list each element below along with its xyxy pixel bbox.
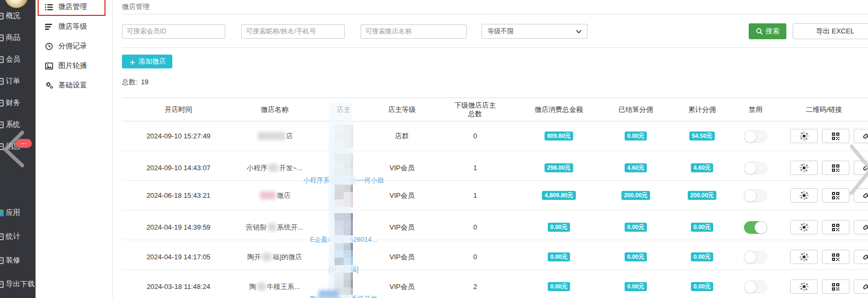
sidebar-bottom-group: 应用 统计 装修 导出下载: [0, 207, 36, 290]
owner-avatar[interactable]: [334, 125, 353, 148]
cell-qrcode-link: [780, 211, 868, 244]
cell-disable: [731, 121, 780, 151]
table-header-row: 开店时间微店名称店主店主等级下级微店店主总数微店消费总金额已结算分佣累计分佣禁用…: [122, 98, 868, 121]
search-button[interactable]: 搜索: [749, 23, 786, 39]
miniprogram-code-button[interactable]: [790, 220, 818, 234]
miniprogram-code-button[interactable]: [790, 129, 818, 143]
cell-open-time: 2024-09-10 15:27:49: [122, 121, 235, 151]
clock-icon: [45, 42, 54, 50]
link-button[interactable]: [854, 129, 868, 143]
qrcode-button[interactable]: [822, 188, 849, 203]
link-button[interactable]: [854, 250, 868, 264]
text-fragment: 小程序: [247, 163, 267, 173]
cell-disable: [731, 211, 780, 244]
system-icon: [0, 121, 4, 128]
cell-open-time: 2024-04-19 14:17:05: [122, 240, 235, 274]
qrcode-button[interactable]: [822, 279, 849, 294]
qrcode-button[interactable]: [822, 129, 849, 143]
overview-icon: [0, 13, 4, 20]
miniprogram-code-button[interactable]: [790, 161, 818, 175]
redacted-blur: [331, 177, 355, 183]
miniprogram-code-button[interactable]: [790, 188, 818, 203]
link-button[interactable]: [854, 220, 868, 234]
disable-toggle[interactable]: [744, 251, 767, 264]
cell-store-name: 营销裂系统开...: [235, 211, 314, 244]
owner-avatar[interactable]: [334, 213, 353, 236]
nickname-input[interactable]: [241, 24, 345, 39]
sidebar-item-财务[interactable]: 财务: [0, 98, 36, 108]
add-store-label: 添加微店: [138, 57, 166, 66]
qrcode-button[interactable]: [822, 250, 849, 264]
sidebar-item-导出下载[interactable]: 导出下载: [0, 279, 36, 290]
avatar-pixel: [344, 243, 353, 250]
redacted-blur: [338, 266, 349, 273]
cell-open-time: 2024-06-18 15:43:21: [122, 181, 235, 210]
sidebar-item-应用[interactable]: 应用: [0, 207, 36, 218]
avatar-pixel: [344, 140, 353, 147]
avatar-pixel: [335, 154, 344, 161]
submenu-item-分佣记录[interactable]: 分佣记录: [36, 41, 112, 51]
chevron-down-icon: [576, 30, 582, 33]
cell-qrcode-link: [780, 270, 868, 298]
miniprogram-code-button[interactable]: [790, 279, 818, 294]
sidebar-item-商品[interactable]: 商品: [0, 32, 36, 43]
amount-badge: 4,809.80元: [542, 191, 576, 200]
collapse-chevron-left-icon[interactable]: [1, 130, 25, 168]
sidebar-item-会员[interactable]: 会员: [0, 54, 36, 65]
add-store-button[interactable]: ＋ 添加微店: [122, 55, 172, 68]
store-name-input[interactable]: [361, 24, 467, 39]
amount-badge: 298.00元: [545, 163, 574, 172]
avatar-pixel: [344, 228, 353, 235]
cell-owner-level: VIP会员: [373, 211, 431, 244]
disable-toggle[interactable]: [744, 130, 767, 143]
cell-cumulative-commission: 200.00元: [673, 181, 731, 210]
column-header: 禁用: [731, 98, 780, 121]
sidebar-item-系统[interactable]: 系统: [0, 119, 36, 130]
submenu-item-微店等级[interactable]: 微店等级: [36, 21, 112, 32]
level-select[interactable]: 等级不限: [481, 24, 588, 39]
disable-toggle[interactable]: [744, 162, 767, 174]
cell-disable: [731, 240, 780, 274]
text-fragment: 营销裂: [246, 223, 267, 232]
cell-cumulative-commission: 0.00元: [673, 240, 731, 274]
avatar-pixel: [344, 221, 353, 228]
submenu-item-图片轮播[interactable]: 图片轮播: [36, 60, 112, 71]
sidebar-item-装修[interactable]: 装修: [0, 255, 36, 266]
next-row-avatar-blur: [319, 290, 339, 298]
table-row: 2024-04-19 14:39:59 营销裂系统开... E企盈#526014…: [122, 211, 868, 240]
qrcode-button[interactable]: [822, 161, 849, 175]
avatar-pixel: [344, 280, 353, 287]
user-avatar[interactable]: [5, 0, 28, 8]
filter-row: 等级不限 搜索 导出 EXCEL: [122, 24, 868, 39]
cell-cumulative-commission: 54.50元: [673, 121, 731, 151]
page-title: 微店管理: [122, 2, 868, 12]
toggle-knob: [744, 281, 757, 293]
owner-avatar[interactable]: [334, 242, 353, 266]
sidebar-item-统计[interactable]: 统计: [0, 231, 36, 242]
export-excel-button[interactable]: 导出 EXCEL: [793, 23, 868, 39]
expand-chevron-right-icon[interactable]: [849, 143, 868, 196]
amount-badge: 0.00元: [691, 282, 713, 291]
toggle-knob: [744, 189, 757, 202]
miniprogram-code-button[interactable]: [790, 250, 818, 264]
settings-icon: [45, 81, 54, 90]
member-id-input[interactable]: [122, 24, 225, 39]
cell-owner-level: VIP会员: [373, 240, 431, 274]
owner-avatar[interactable]: [334, 184, 353, 207]
qrcode-button[interactable]: [822, 220, 849, 234]
amount-badge: 0.00元: [548, 282, 570, 291]
disable-toggle[interactable]: [744, 281, 767, 293]
submenu-item-基础设置[interactable]: 基础设置: [36, 80, 112, 91]
cell-owner: [开福]: [314, 240, 373, 274]
table-row: 2024-06-18 15:43:21 微店 VIP会员 1 4,809.80元…: [122, 181, 868, 211]
avatar-pixel: [335, 280, 344, 287]
owner-avatar[interactable]: [334, 153, 353, 177]
amount-badge: 4.60元: [691, 163, 713, 172]
disable-toggle[interactable]: [744, 221, 767, 234]
sidebar-item-概况[interactable]: 概况: [0, 11, 36, 21]
sidebar-item-订单[interactable]: 订单: [0, 76, 36, 86]
cell-sub-store-count: 1: [431, 151, 519, 185]
disable-toggle[interactable]: [744, 189, 767, 202]
link-button[interactable]: [854, 279, 868, 294]
text-fragment: 牛模王系...: [267, 282, 300, 292]
